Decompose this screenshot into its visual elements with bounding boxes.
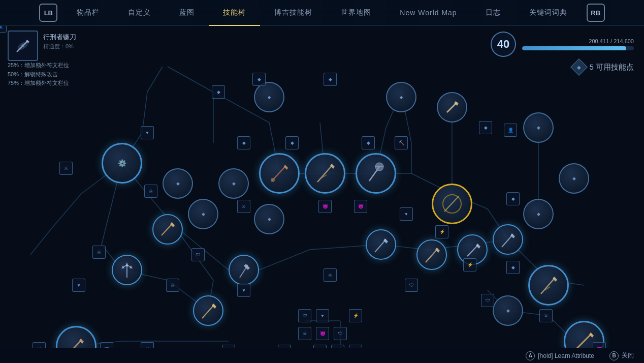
nav-item-blueprint[interactable]: 蓝图 (165, 0, 209, 26)
skill-node-top1[interactable]: ◆ (254, 82, 284, 112)
passive-node-10[interactable]: ◆ (237, 136, 250, 149)
passive-node-44[interactable]: 😈 (593, 342, 606, 348)
svg-line-26 (259, 250, 310, 270)
nav-item-keywords[interactable]: 关键词词典 (515, 0, 582, 26)
passive-node-14[interactable]: ⚔ (237, 200, 250, 213)
passive-node-39[interactable]: ♥ (237, 284, 250, 297)
passive-node-15[interactable]: 😈 (318, 200, 332, 213)
passive-node-11[interactable]: ◆ (285, 136, 299, 149)
skill-node-trident[interactable] (112, 255, 142, 285)
passive-node-30[interactable]: 🛡 (334, 327, 347, 340)
passive-node-27[interactable]: ♥ (316, 309, 329, 322)
passive-node-12[interactable]: ◆ (362, 136, 375, 149)
svg-marker-85 (510, 233, 515, 238)
skill-node-bottom1[interactable] (56, 326, 96, 348)
svg-marker-77 (212, 304, 216, 309)
skill-node-mace[interactable] (356, 153, 396, 194)
passive-node-23[interactable]: ◆ (506, 192, 520, 205)
passive-node-24[interactable]: 🛡 (481, 294, 494, 307)
skill-node-right3[interactable] (416, 239, 447, 270)
nav-bar: LB 物品栏 自定义 蓝图 技能树 博吉技能树 世界地图 New World M… (0, 0, 644, 26)
passive-node-18[interactable]: ⚡ (435, 225, 448, 238)
passive-node-26[interactable]: 🛡 (298, 309, 311, 322)
passive-node-8[interactable]: ◆ (252, 73, 266, 86)
skill-node-dark6[interactable]: ◆ (163, 168, 193, 199)
passive-node-17[interactable]: ◆ (479, 121, 492, 134)
passive-node-21[interactable]: 🛡 (405, 279, 418, 292)
passive-node-9[interactable]: ◆ (324, 73, 337, 86)
passive-node-25[interactable]: ⚔ (539, 309, 553, 322)
passive-node-19[interactable]: ⚡ (463, 258, 476, 271)
svg-line-9 (30, 229, 51, 255)
passive-node-2[interactable]: ♥ (141, 126, 154, 139)
skill-node-far2[interactable]: ◆ (559, 163, 589, 194)
passive-node-3[interactable]: ☠ (92, 246, 106, 259)
skill-node-top3[interactable] (437, 92, 467, 123)
passive-node-7[interactable]: ◆ (212, 85, 225, 99)
skill-node-sword[interactable] (305, 153, 345, 194)
passive-node-5[interactable]: 🛡 (100, 342, 113, 348)
nav-item-inventory[interactable]: 物品栏 (62, 0, 114, 26)
nav-item-bogi[interactable]: 博吉技能树 (260, 0, 327, 26)
learn-attribute-action[interactable]: A [hold] Learn Attribute (526, 351, 594, 360)
xp-bar-area: 200,411 / 214,600 (522, 38, 634, 50)
skill-node-left1[interactable] (152, 214, 183, 245)
svg-line-8 (51, 194, 81, 229)
svg-marker-90 (589, 332, 594, 338)
skill-node-dark1[interactable]: ◆ (523, 199, 554, 229)
passive-node-20[interactable]: ♥ (400, 207, 413, 221)
skill-node-mid1[interactable] (193, 295, 223, 326)
svg-line-86 (541, 278, 555, 294)
skill-node-far-right[interactable] (493, 224, 523, 255)
bottom-bar: A [hold] Learn Attribute B 关闭 (0, 348, 644, 363)
svg-marker-67 (170, 222, 175, 227)
lb-button[interactable]: LB (39, 4, 57, 22)
passive-node-45[interactable]: ☠ (144, 185, 157, 198)
skill-node-far1[interactable]: ◆ (523, 112, 554, 143)
svg-line-12 (147, 67, 163, 92)
skill-node-far-right2[interactable] (528, 265, 569, 306)
passive-node-28[interactable]: ☠ (298, 327, 311, 340)
skill-node-axe[interactable] (229, 255, 259, 285)
skill-node-center[interactable]: ⚙️ (102, 143, 142, 184)
skill-node-dark3[interactable]: ◆ (188, 199, 218, 229)
rb-button[interactable]: RB (587, 4, 605, 22)
passive-node-37[interactable]: ☠ (166, 279, 179, 292)
skill-node-spear[interactable] (259, 153, 300, 194)
svg-line-84 (502, 234, 513, 247)
skill-node-top2[interactable]: ◆ (386, 82, 416, 112)
skill-points-text: 5 可用技能点 (589, 63, 634, 72)
passive-node-16[interactable]: 😈 (354, 200, 367, 213)
passive-node-22[interactable]: ◆ (506, 261, 520, 274)
xp-fill (522, 46, 626, 50)
passive-node-1[interactable]: ⚔ (59, 162, 73, 175)
skill-node-right2[interactable] (366, 229, 396, 260)
nav-item-newworldmap[interactable]: New World Map (385, 0, 471, 26)
nav-item-skilltree[interactable]: 技能树 (209, 0, 260, 26)
skill-node-dark5[interactable]: ◆ (218, 168, 249, 199)
skill-node-dark4[interactable]: ◆ (254, 204, 284, 234)
passive-node-29[interactable]: 😈 (316, 327, 329, 340)
b-button: B (609, 351, 619, 360)
skill-description: 25%：增加额外符文栏位 50%：解锁特殊攻击 75%：增加额外符文栏位 (8, 61, 109, 88)
passive-node-13[interactable]: 🔨 (395, 136, 408, 149)
skill-node-dark2[interactable]: ◆ (493, 295, 523, 326)
passive-node-38[interactable]: 🛡 (191, 248, 205, 261)
passive-node-4[interactable]: ♥ (72, 279, 85, 292)
passive-node-31[interactable]: ⚡ (349, 309, 362, 322)
nav-item-customize[interactable]: 自定义 (114, 0, 165, 26)
svg-marker-83 (476, 244, 480, 249)
svg-marker-92 (79, 339, 84, 344)
skill-node-highlighted[interactable] (432, 184, 472, 224)
passive-node-43[interactable]: ⚔ (141, 342, 154, 348)
nav-item-log[interactable]: 日志 (471, 0, 515, 26)
close-action[interactable]: B 关闭 (609, 351, 634, 360)
nav-item-worldmap[interactable]: 世界地图 (327, 0, 385, 26)
svg-marker-56 (284, 165, 288, 170)
passive-node-40[interactable]: ☠ (324, 268, 337, 282)
passive-node-46[interactable]: 👤 (504, 124, 517, 137)
passive-node-33[interactable]: 👤 (0, 26, 7, 33)
svg-line-80 (426, 249, 438, 262)
svg-line-65 (444, 196, 459, 211)
passive-node-42[interactable]: ⚔ (33, 342, 46, 348)
